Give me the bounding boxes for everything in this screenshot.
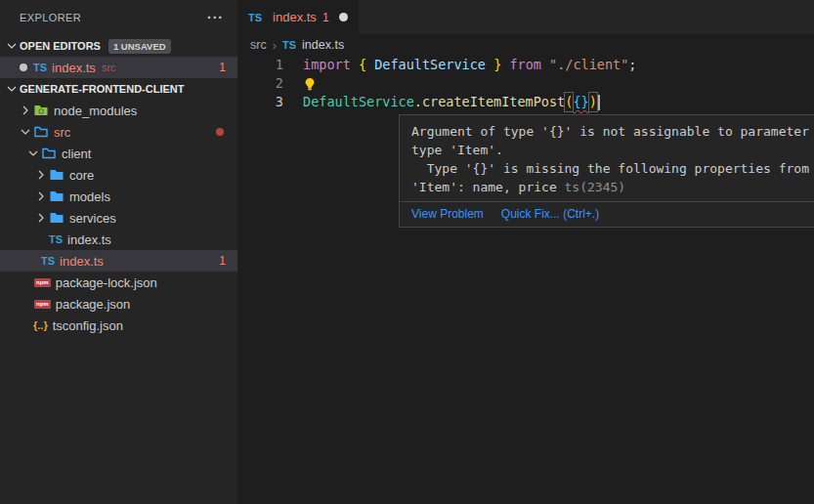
- code-token: (: [565, 93, 573, 111]
- code-token: {}: [573, 93, 588, 111]
- open-editors-section-header[interactable]: OPEN EDITORS 1 UNSAVED: [0, 35, 237, 57]
- line-number: 3: [237, 93, 283, 111]
- tree-item-label: index.ts: [67, 232, 111, 247]
- lightbulb-icon[interactable]: [303, 77, 317, 91]
- line-number: 2: [237, 74, 283, 93]
- code-token: {: [359, 56, 366, 74]
- tree-item-label: package-lock.json: [56, 275, 157, 290]
- code-token: DefaultService: [303, 93, 414, 111]
- error-message-line: type 'Item'.: [411, 141, 814, 159]
- code-area[interactable]: 1 import { DefaultService } from "./clie…: [237, 56, 814, 111]
- code-token: createItemItemPost: [422, 93, 565, 111]
- tree-item-label: src: [54, 125, 70, 140]
- tooltip-actions: View Problem Quick Fix... (Ctrl+.): [400, 201, 814, 227]
- view-problem-link[interactable]: View Problem: [411, 207, 484, 221]
- error-count-badge: 1: [219, 61, 226, 74]
- tab-bar: TS index.ts 1: [237, 0, 814, 34]
- tree-item[interactable]: client: [0, 143, 237, 164]
- chevron-right-icon[interactable]: [33, 210, 49, 226]
- chevron-down-icon: [4, 38, 20, 54]
- editor-group: TS index.ts 1 src › TS index.ts 1 import…: [237, 0, 814, 504]
- error-message-line: 'Item': name, price ts(2345): [411, 178, 814, 196]
- tree-item[interactable]: models: [0, 186, 237, 207]
- code-token: }: [493, 56, 501, 74]
- unsaved-dot-icon: [20, 63, 27, 71]
- tree-item[interactable]: npm package-lock.json: [0, 272, 237, 293]
- code-line[interactable]: 3 DefaultService.createItemItemPost({}): [237, 93, 814, 111]
- explorer-sidebar: EXPLORER ··· OPEN EDITORS 1 UNSAVED TS i…: [0, 0, 237, 504]
- more-actions-icon[interactable]: ···: [207, 10, 224, 25]
- npm-icon: npm: [34, 300, 51, 309]
- code-token: import: [303, 56, 351, 74]
- explorer-header: EXPLORER ···: [0, 0, 237, 35]
- chevron-down-icon[interactable]: [25, 146, 41, 161]
- typescript-icon: TS: [49, 233, 63, 245]
- error-message: Argument of type '{}' is not assignable …: [400, 115, 814, 201]
- error-dot-icon: [216, 128, 224, 136]
- tree-item-label: node_modules: [54, 104, 137, 118]
- typescript-icon: TS: [41, 255, 55, 267]
- code-line[interactable]: 2: [237, 74, 814, 93]
- tree-item[interactable]: core: [0, 164, 237, 186]
- file-tree: node_modules src client core models serv…: [0, 100, 237, 336]
- typescript-icon: TS: [248, 12, 262, 23]
- chevron-right-icon[interactable]: [33, 189, 49, 204]
- breadcrumb-folder[interactable]: src: [250, 38, 267, 52]
- tree-item[interactable]: TS index.ts 1: [0, 250, 237, 272]
- chevron-down-icon: [4, 81, 20, 97]
- open-editor-file-name: index.ts: [52, 61, 96, 75]
- tree-item[interactable]: services: [0, 207, 237, 229]
- tab-index-ts[interactable]: TS index.ts 1: [237, 0, 359, 34]
- code-token: [366, 56, 374, 74]
- tree-item[interactable]: TS index.ts: [0, 229, 237, 250]
- tree-item[interactable]: node_modules: [0, 100, 237, 121]
- code-token: [486, 56, 493, 74]
- error-hover-tooltip: Argument of type '{}' is not assignable …: [399, 114, 814, 228]
- open-editor-item[interactable]: TS index.ts src 1: [0, 57, 237, 78]
- tab-error-count: 1: [322, 11, 329, 24]
- node-modules-folder-icon: [33, 103, 49, 118]
- typescript-icon: TS: [282, 39, 296, 51]
- folder-open-icon: [33, 124, 49, 140]
- chevron-right-icon[interactable]: [33, 167, 49, 183]
- code-token: .: [414, 93, 422, 111]
- vscode-window: { "colors": { "sidebar_bg": "#252526", "…: [0, 0, 814, 504]
- code-token: ): [589, 93, 597, 111]
- workspace-name: GENERATE-FRONTEND-CLIENT: [20, 83, 184, 95]
- breadcrumb-file[interactable]: index.ts: [302, 38, 344, 52]
- code-token: [351, 56, 359, 74]
- tree-item[interactable]: npm package.json: [0, 293, 237, 315]
- breadcrumb: src › TS index.ts: [237, 34, 814, 56]
- open-editors-list: TS index.ts src 1: [0, 57, 237, 78]
- json-braces-icon: {..}: [33, 319, 48, 331]
- tree-item-label: package.json: [56, 297, 131, 312]
- tree-item-label: client: [62, 147, 91, 161]
- code-token: from: [509, 56, 541, 74]
- modified-dot-icon[interactable]: [339, 13, 348, 21]
- workspace-section-header[interactable]: GENERATE-FRONTEND-CLIENT: [0, 78, 237, 100]
- error-count-badge: 1: [219, 254, 226, 268]
- chevron-down-icon[interactable]: [18, 124, 33, 140]
- tree-item-label: index.ts: [60, 254, 104, 269]
- code-line[interactable]: 1 import { DefaultService } from "./clie…: [237, 56, 814, 74]
- error-message-line: Argument of type '{}' is not assignable …: [411, 122, 814, 141]
- code-token: DefaultService: [374, 56, 486, 74]
- quick-fix-link[interactable]: Quick Fix... (Ctrl+.): [501, 207, 599, 221]
- open-editors-label: OPEN EDITORS: [20, 40, 101, 52]
- open-editor-file-path: src: [102, 62, 116, 73]
- tree-item-label: tsconfig.json: [53, 318, 123, 333]
- npm-icon: npm: [34, 278, 51, 287]
- tree-item[interactable]: {..} tsconfig.json: [0, 315, 237, 336]
- tab-title: index.ts: [273, 10, 317, 24]
- explorer-title: EXPLORER: [20, 12, 81, 23]
- chevron-right-icon[interactable]: [18, 103, 33, 118]
- tree-item[interactable]: src: [0, 121, 237, 143]
- code-token: [541, 56, 549, 74]
- typescript-icon: TS: [33, 62, 47, 73]
- folder-icon: [49, 210, 64, 226]
- tree-item-label: core: [69, 168, 94, 183]
- line-number: 1: [237, 56, 283, 74]
- folder-icon: [49, 189, 64, 204]
- text-cursor-icon: [598, 95, 600, 110]
- error-message-line: Type '{}' is missing the following prope…: [411, 159, 814, 178]
